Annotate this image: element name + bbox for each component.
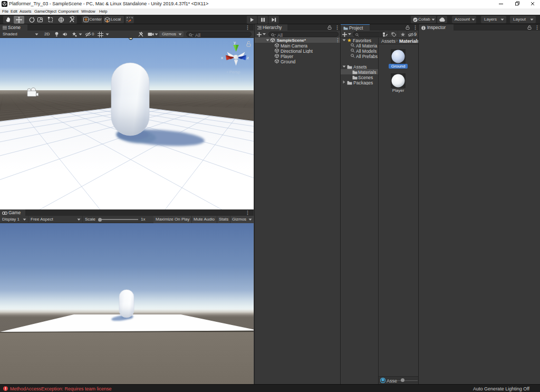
svg-text:z: z bbox=[247, 55, 249, 60]
svg-text:y: y bbox=[234, 40, 236, 45]
svg-text:‹ Persp: ‹ Persp bbox=[227, 70, 240, 74]
svg-text:x: x bbox=[221, 55, 223, 60]
